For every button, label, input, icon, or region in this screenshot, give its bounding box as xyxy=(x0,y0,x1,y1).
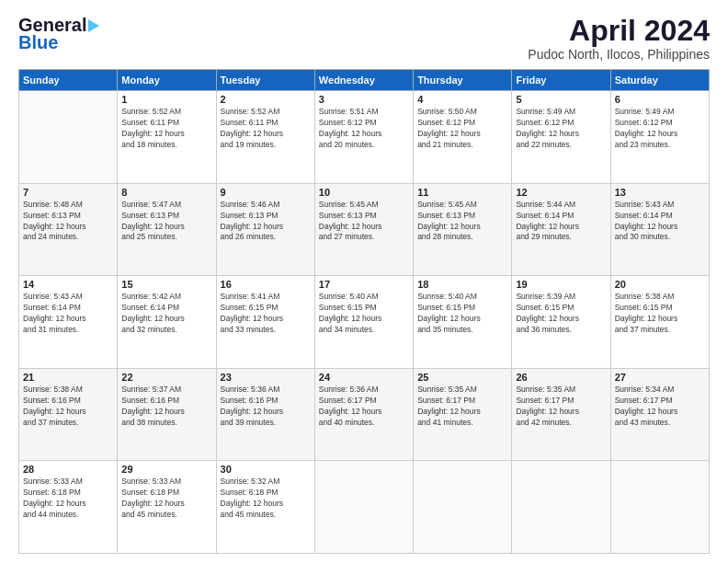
week-row-4: 21Sunrise: 5:38 AM Sunset: 6:16 PM Dayli… xyxy=(19,368,710,461)
day-cell: 29Sunrise: 5:33 AM Sunset: 6:18 PM Dayli… xyxy=(118,461,216,554)
day-info: Sunrise: 5:42 AM Sunset: 6:14 PM Dayligh… xyxy=(121,292,211,336)
calendar-table: SundayMondayTuesdayWednesdayThursdayFrid… xyxy=(18,69,710,554)
day-number: 21 xyxy=(23,372,113,383)
day-info: Sunrise: 5:45 AM Sunset: 6:13 PM Dayligh… xyxy=(319,200,409,244)
day-cell: 10Sunrise: 5:45 AM Sunset: 6:13 PM Dayli… xyxy=(314,183,413,276)
day-cell: 25Sunrise: 5:35 AM Sunset: 6:17 PM Dayli… xyxy=(414,368,512,461)
logo: General Blue xyxy=(18,15,99,53)
day-info: Sunrise: 5:43 AM Sunset: 6:14 PM Dayligh… xyxy=(23,292,113,336)
day-info: Sunrise: 5:38 AM Sunset: 6:15 PM Dayligh… xyxy=(615,292,705,336)
day-info: Sunrise: 5:51 AM Sunset: 6:12 PM Dayligh… xyxy=(319,107,409,151)
title-block: April 2024 Pudoc North, Ilocos, Philippi… xyxy=(528,15,710,62)
day-info: Sunrise: 5:52 AM Sunset: 6:11 PM Dayligh… xyxy=(121,107,211,151)
day-cell: 13Sunrise: 5:43 AM Sunset: 6:14 PM Dayli… xyxy=(610,183,709,276)
day-number: 24 xyxy=(319,372,409,383)
day-info: Sunrise: 5:43 AM Sunset: 6:14 PM Dayligh… xyxy=(615,200,705,244)
header-row: SundayMondayTuesdayWednesdayThursdayFrid… xyxy=(19,70,710,91)
day-cell: 19Sunrise: 5:39 AM Sunset: 6:15 PM Dayli… xyxy=(512,276,610,369)
day-number: 17 xyxy=(319,279,409,290)
day-cell: 5Sunrise: 5:49 AM Sunset: 6:12 PM Daylig… xyxy=(512,91,610,184)
day-info: Sunrise: 5:52 AM Sunset: 6:11 PM Dayligh… xyxy=(221,107,311,151)
day-info: Sunrise: 5:33 AM Sunset: 6:18 PM Dayligh… xyxy=(121,477,211,521)
day-cell: 18Sunrise: 5:40 AM Sunset: 6:15 PM Dayli… xyxy=(414,276,512,369)
day-number: 8 xyxy=(121,187,211,198)
day-number: 22 xyxy=(121,372,211,383)
header-day-sunday: Sunday xyxy=(19,70,118,91)
day-cell: 1Sunrise: 5:52 AM Sunset: 6:11 PM Daylig… xyxy=(118,91,216,184)
day-cell: 20Sunrise: 5:38 AM Sunset: 6:15 PM Dayli… xyxy=(610,276,709,369)
day-cell xyxy=(512,461,610,554)
day-cell: 21Sunrise: 5:38 AM Sunset: 6:16 PM Dayli… xyxy=(19,368,118,461)
day-number: 26 xyxy=(516,372,606,383)
header-day-thursday: Thursday xyxy=(414,70,512,91)
day-info: Sunrise: 5:44 AM Sunset: 6:14 PM Dayligh… xyxy=(516,200,606,244)
day-info: Sunrise: 5:39 AM Sunset: 6:15 PM Dayligh… xyxy=(516,292,606,336)
day-info: Sunrise: 5:34 AM Sunset: 6:17 PM Dayligh… xyxy=(615,385,705,429)
day-info: Sunrise: 5:32 AM Sunset: 6:18 PM Dayligh… xyxy=(221,477,311,521)
day-cell: 2Sunrise: 5:52 AM Sunset: 6:11 PM Daylig… xyxy=(216,91,314,184)
logo-blue: Blue xyxy=(18,32,58,53)
day-cell: 30Sunrise: 5:32 AM Sunset: 6:18 PM Dayli… xyxy=(216,461,314,554)
day-cell: 24Sunrise: 5:36 AM Sunset: 6:17 PM Dayli… xyxy=(314,368,413,461)
day-number: 18 xyxy=(417,279,507,290)
day-number: 27 xyxy=(615,372,705,383)
week-row-3: 14Sunrise: 5:43 AM Sunset: 6:14 PM Dayli… xyxy=(19,276,710,369)
day-cell: 4Sunrise: 5:50 AM Sunset: 6:12 PM Daylig… xyxy=(414,91,512,184)
day-info: Sunrise: 5:50 AM Sunset: 6:12 PM Dayligh… xyxy=(417,107,507,151)
header-day-tuesday: Tuesday xyxy=(216,70,314,91)
header-day-wednesday: Wednesday xyxy=(314,70,413,91)
day-info: Sunrise: 5:49 AM Sunset: 6:12 PM Dayligh… xyxy=(516,107,606,151)
header-day-saturday: Saturday xyxy=(610,70,709,91)
day-number: 6 xyxy=(615,94,705,105)
day-cell xyxy=(610,461,709,554)
day-number: 5 xyxy=(516,94,606,105)
day-info: Sunrise: 5:46 AM Sunset: 6:13 PM Dayligh… xyxy=(221,200,311,244)
day-number: 16 xyxy=(221,279,311,290)
day-cell: 23Sunrise: 5:36 AM Sunset: 6:16 PM Dayli… xyxy=(216,368,314,461)
day-info: Sunrise: 5:40 AM Sunset: 6:15 PM Dayligh… xyxy=(417,292,507,336)
day-cell xyxy=(314,461,413,554)
day-info: Sunrise: 5:38 AM Sunset: 6:16 PM Dayligh… xyxy=(23,385,113,429)
header: General Blue April 2024 Pudoc North, Ilo… xyxy=(18,15,710,62)
day-info: Sunrise: 5:37 AM Sunset: 6:16 PM Dayligh… xyxy=(121,385,211,429)
day-info: Sunrise: 5:49 AM Sunset: 6:12 PM Dayligh… xyxy=(615,107,705,151)
week-row-5: 28Sunrise: 5:33 AM Sunset: 6:18 PM Dayli… xyxy=(19,461,710,554)
month-title: April 2024 xyxy=(528,15,710,47)
day-info: Sunrise: 5:36 AM Sunset: 6:16 PM Dayligh… xyxy=(221,385,311,429)
day-cell: 11Sunrise: 5:45 AM Sunset: 6:13 PM Dayli… xyxy=(414,183,512,276)
week-row-1: 1Sunrise: 5:52 AM Sunset: 6:11 PM Daylig… xyxy=(19,91,710,184)
day-number: 29 xyxy=(121,464,211,475)
location: Pudoc North, Ilocos, Philippines xyxy=(528,47,710,62)
day-info: Sunrise: 5:40 AM Sunset: 6:15 PM Dayligh… xyxy=(319,292,409,336)
calendar-page: General Blue April 2024 Pudoc North, Ilo… xyxy=(0,0,728,563)
day-number: 1 xyxy=(121,94,211,105)
day-cell: 7Sunrise: 5:48 AM Sunset: 6:13 PM Daylig… xyxy=(19,183,118,276)
day-cell: 6Sunrise: 5:49 AM Sunset: 6:12 PM Daylig… xyxy=(610,91,709,184)
day-cell: 28Sunrise: 5:33 AM Sunset: 6:18 PM Dayli… xyxy=(19,461,118,554)
day-number: 25 xyxy=(417,372,507,383)
day-cell: 3Sunrise: 5:51 AM Sunset: 6:12 PM Daylig… xyxy=(314,91,413,184)
day-number: 4 xyxy=(417,94,507,105)
day-number: 2 xyxy=(221,94,311,105)
day-cell: 16Sunrise: 5:41 AM Sunset: 6:15 PM Dayli… xyxy=(216,276,314,369)
day-info: Sunrise: 5:36 AM Sunset: 6:17 PM Dayligh… xyxy=(319,385,409,429)
day-number: 15 xyxy=(121,279,211,290)
day-info: Sunrise: 5:33 AM Sunset: 6:18 PM Dayligh… xyxy=(23,477,113,521)
day-number: 9 xyxy=(221,187,311,198)
day-number: 7 xyxy=(23,187,113,198)
day-cell: 8Sunrise: 5:47 AM Sunset: 6:13 PM Daylig… xyxy=(118,183,216,276)
header-day-friday: Friday xyxy=(512,70,610,91)
day-number: 13 xyxy=(615,187,705,198)
day-info: Sunrise: 5:47 AM Sunset: 6:13 PM Dayligh… xyxy=(121,200,211,244)
day-cell: 17Sunrise: 5:40 AM Sunset: 6:15 PM Dayli… xyxy=(314,276,413,369)
day-number: 14 xyxy=(23,279,113,290)
day-cell: 12Sunrise: 5:44 AM Sunset: 6:14 PM Dayli… xyxy=(512,183,610,276)
day-number: 19 xyxy=(516,279,606,290)
day-number: 11 xyxy=(417,187,507,198)
day-cell xyxy=(19,91,118,184)
day-info: Sunrise: 5:48 AM Sunset: 6:13 PM Dayligh… xyxy=(23,200,113,244)
day-info: Sunrise: 5:35 AM Sunset: 6:17 PM Dayligh… xyxy=(417,385,507,429)
day-cell: 14Sunrise: 5:43 AM Sunset: 6:14 PM Dayli… xyxy=(19,276,118,369)
header-day-monday: Monday xyxy=(118,70,216,91)
day-number: 23 xyxy=(221,372,311,383)
